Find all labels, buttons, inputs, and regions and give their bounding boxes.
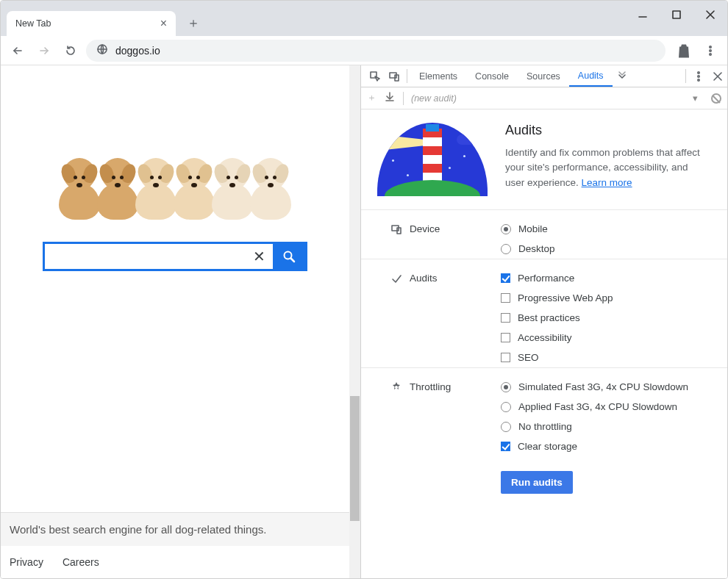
nav-back-button[interactable]: [7, 40, 29, 62]
site-search-bar: ✕: [43, 242, 307, 271]
checkbox-icon: [501, 353, 510, 362]
audits-toolbar: ＋ (new audit) ▾: [361, 87, 727, 109]
devtools-tab-elements[interactable]: Elements: [410, 65, 466, 87]
page-scrollbar-thumb[interactable]: [350, 396, 360, 521]
tab-close-icon[interactable]: ×: [160, 18, 167, 29]
checkbox-icon: [501, 293, 510, 303]
audit-check-accessibility[interactable]: Accessibility: [501, 332, 711, 343]
devtools-tab-sources[interactable]: Sources: [518, 65, 569, 87]
devtools-tab-console[interactable]: Console: [466, 65, 518, 87]
site-footer-links: Privacy Careers: [1, 546, 349, 578]
site-search-input[interactable]: [45, 244, 245, 269]
svg-point-16: [698, 75, 699, 76]
footer-link-careers[interactable]: Careers: [63, 556, 99, 568]
svg-point-9: [710, 53, 711, 54]
throttling-option-applied[interactable]: Applied Fast 3G, 4x CPU Slowdown: [501, 401, 711, 412]
radio-icon: [501, 244, 511, 254]
device-option-desktop[interactable]: Desktop: [501, 243, 711, 254]
nav-forward-button[interactable]: [33, 40, 55, 62]
throttling-option-simulated[interactable]: Simulated Fast 3G, 4x CPU Slowdown: [501, 381, 711, 392]
devtools-tab-audits[interactable]: Audits: [569, 65, 613, 87]
toggle-device-icon[interactable]: [385, 65, 404, 87]
svg-point-17: [698, 79, 699, 80]
browser-menu-button[interactable]: [699, 40, 721, 62]
audits-download-button[interactable]: [384, 91, 396, 105]
devtools-tabs-overflow-icon[interactable]: [613, 65, 632, 87]
lighthouse-illustration: [377, 123, 488, 196]
audits-selector-chevron-icon[interactable]: ▾: [693, 93, 698, 104]
browser-titlebar: New Tab × ＋: [1, 1, 727, 36]
address-bar[interactable]: doggos.io: [86, 40, 665, 62]
throttling-section-label: Throttling: [410, 381, 451, 392]
browser-toolbar: doggos.io: [1, 36, 727, 65]
audits-section-label: Audits: [410, 273, 438, 284]
hero-image-puppies: [56, 154, 294, 220]
svg-point-7: [710, 46, 711, 47]
radio-icon: [501, 402, 511, 412]
search-submit-button[interactable]: [273, 244, 305, 269]
address-bar-url: doggos.io: [115, 45, 160, 57]
tab-title: New Tab: [15, 18, 51, 29]
throttling-option-none[interactable]: No throttling: [501, 421, 711, 432]
audits-clear-button[interactable]: [711, 93, 721, 104]
audits-learn-more-link[interactable]: Learn more: [582, 177, 632, 188]
window-controls: [626, 1, 727, 29]
run-audits-button[interactable]: Run audits: [501, 471, 573, 494]
radio-icon: [501, 382, 511, 392]
svg-point-8: [710, 49, 711, 51]
checkbox-icon: [501, 442, 510, 451]
svg-point-24: [395, 386, 398, 389]
search-clear-button[interactable]: ✕: [245, 244, 273, 269]
site-tagline: World's best search engine for all dog-r…: [1, 513, 349, 546]
radio-icon: [501, 224, 511, 234]
svg-line-11: [291, 259, 295, 262]
footer-link-privacy[interactable]: Privacy: [10, 556, 43, 568]
audits-selector[interactable]: (new audit): [411, 93, 457, 104]
devtools-tabbar: Elements Console Sources Audits: [361, 65, 727, 87]
svg-point-15: [698, 71, 699, 73]
browser-tab[interactable]: New Tab ×: [7, 11, 176, 36]
clear-storage-checkbox[interactable]: Clear storage: [501, 441, 711, 452]
throttling-section-icon: [390, 381, 402, 393]
audits-new-button[interactable]: ＋: [367, 92, 377, 104]
audits-description: Identify and fix common problems that af…: [505, 145, 704, 190]
window-minimize-button[interactable]: [626, 1, 660, 29]
checkbox-icon: [501, 273, 510, 283]
account-icon[interactable]: [673, 40, 695, 62]
devtools-menu-button[interactable]: [689, 65, 708, 87]
page-scrollbar[interactable]: [349, 65, 360, 578]
window-close-button[interactable]: [693, 1, 727, 29]
audit-check-seo[interactable]: SEO: [501, 352, 711, 363]
device-option-mobile[interactable]: Mobile: [501, 223, 711, 234]
audit-check-bestpractices[interactable]: Best practices: [501, 312, 711, 323]
audits-section-icon: [390, 273, 402, 284]
checkbox-icon: [501, 313, 510, 323]
page-viewport: ✕ World's best search engine for all dog…: [1, 65, 361, 578]
audit-check-performance[interactable]: Performance: [501, 273, 711, 284]
devtools-panel: Elements Console Sources Audits ＋ (ne: [361, 65, 727, 578]
audit-check-pwa[interactable]: Progressive Web App: [501, 292, 711, 303]
device-section-icon: [390, 223, 402, 235]
new-tab-button[interactable]: ＋: [183, 12, 204, 33]
checkbox-icon: [501, 333, 510, 342]
svg-rect-1: [673, 11, 680, 18]
device-section-label: Device: [410, 223, 440, 234]
audits-title: Audits: [505, 123, 704, 138]
window-maximize-button[interactable]: [660, 1, 693, 29]
nav-reload-button[interactable]: [60, 40, 82, 62]
inspect-element-icon[interactable]: [365, 65, 385, 87]
devtools-close-button[interactable]: [708, 65, 727, 87]
radio-icon: [501, 422, 511, 432]
site-info-icon[interactable]: [96, 43, 108, 57]
